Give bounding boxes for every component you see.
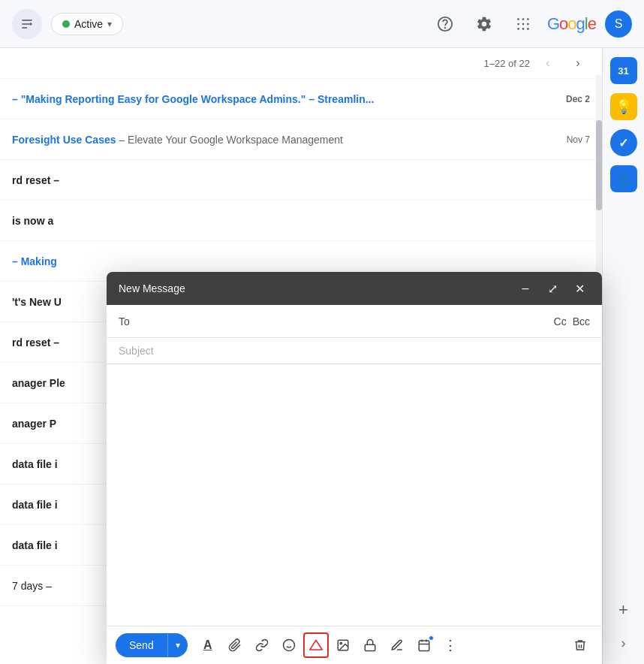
calendar-icon: [417, 638, 431, 652]
email-subject: is now a: [12, 215, 590, 227]
expand-sidebar-button[interactable]: ›: [609, 628, 639, 658]
compose-header-actions: – ⤢ ✕: [515, 278, 590, 299]
attach-file-button[interactable]: [222, 632, 248, 658]
email-sender: rd reset –: [12, 174, 59, 186]
svg-point-9: [517, 23, 519, 25]
email-sender: data file i: [12, 458, 58, 470]
format-text-button[interactable]: A: [195, 632, 221, 658]
more-options-button[interactable]: ⋮: [438, 632, 464, 658]
svg-rect-20: [365, 644, 375, 650]
right-sidebar: 31 💡 ✓ 👤 + ›: [602, 48, 644, 664]
bcc-button[interactable]: Bcc: [573, 315, 590, 327]
email-link: – Making: [12, 255, 57, 267]
email-sender: data file i: [12, 539, 58, 551]
to-label: To: [119, 315, 141, 327]
arrow-right-icon: ›: [621, 635, 626, 651]
svg-point-6: [517, 18, 519, 20]
signature-button[interactable]: [384, 632, 410, 658]
cc-button[interactable]: Cc: [554, 315, 567, 327]
help-icon-button[interactable]: [430, 9, 460, 39]
subject-input[interactable]: [119, 345, 590, 357]
expand-compose-button[interactable]: ⤢: [542, 278, 563, 299]
svg-point-3: [29, 23, 32, 25]
send-dropdown-button[interactable]: ▾: [167, 634, 188, 656]
email-snippet: – Elevate Your Google Workspace Manageme…: [119, 134, 343, 146]
format-text-icon: A: [203, 638, 212, 652]
compose-subject-field: [107, 338, 602, 364]
close-compose-button[interactable]: ✕: [569, 278, 590, 299]
svg-point-7: [522, 18, 525, 20]
top-bar-right: Google S: [430, 9, 632, 39]
more-icon: ⋮: [444, 637, 458, 653]
keep-icon: 💡: [615, 98, 632, 115]
send-button[interactable]: Send: [116, 633, 167, 657]
svg-point-11: [527, 23, 529, 25]
expand-icon: ⤢: [548, 282, 558, 296]
filter-icon-button[interactable]: [12, 9, 42, 39]
sidebar-item-contacts[interactable]: 👤: [610, 165, 637, 192]
to-input[interactable]: [147, 315, 554, 327]
emoji-button[interactable]: [276, 632, 302, 658]
confidential-mode-button[interactable]: [357, 632, 383, 658]
next-page-button[interactable]: ›: [566, 51, 590, 75]
pen-icon: [390, 638, 404, 652]
apps-icon-button[interactable]: [508, 9, 538, 39]
table-row[interactable]: rd reset –: [0, 160, 602, 201]
add-sidebar-app-button[interactable]: +: [609, 595, 639, 625]
trash-icon: [573, 638, 587, 652]
avatar[interactable]: S: [605, 11, 632, 38]
calendar-dot: [429, 635, 434, 641]
table-row[interactable]: – "Making Reporting Easy for Google Work…: [0, 79, 602, 119]
lock-icon: [363, 638, 377, 652]
chevron-down-icon: ▾: [107, 19, 112, 29]
active-status-button[interactable]: Active ▾: [51, 13, 123, 35]
svg-point-15: [283, 640, 294, 651]
contacts-icon: 👤: [615, 171, 632, 187]
email-sender: anager Ple: [12, 377, 65, 389]
insert-drive-file-button[interactable]: [303, 632, 329, 658]
compose-title: New Message: [119, 282, 185, 294]
svg-rect-21: [419, 641, 429, 651]
cc-bcc-buttons: Cc Bcc: [554, 315, 590, 327]
sidebar-item-tasks[interactable]: ✓: [610, 129, 637, 156]
emoji-icon: [282, 638, 296, 652]
active-dot: [62, 20, 70, 28]
prev-page-button[interactable]: ‹: [536, 51, 560, 75]
insert-link-button[interactable]: [249, 632, 275, 658]
compose-to-field: To Cc Bcc: [107, 305, 602, 338]
insert-photo-button[interactable]: [330, 632, 356, 658]
paperclip-icon: [228, 638, 242, 652]
table-row[interactable]: Foresight Use Cases – Elevate Your Googl…: [0, 119, 602, 160]
compose-body-input[interactable]: [119, 373, 590, 614]
email-sender: 't's New U: [12, 296, 62, 308]
svg-point-14: [527, 28, 529, 30]
schedule-send-button[interactable]: [411, 632, 437, 658]
email-date: Nov 7: [567, 134, 590, 145]
svg-point-19: [340, 642, 342, 644]
email-subject: – "Making Reporting Easy for Google Work…: [12, 93, 560, 105]
email-link: – "Making Reporting Easy for Google Work…: [12, 93, 374, 105]
active-label: Active: [74, 18, 103, 30]
table-row[interactable]: is now a: [0, 201, 602, 241]
email-sender: Foresight Use Cases: [12, 134, 116, 146]
scrollbar-thumb[interactable]: [596, 120, 602, 210]
settings-icon-button[interactable]: [469, 9, 499, 39]
link-icon: [255, 638, 269, 652]
compose-toolbar: Send ▾ A: [107, 626, 602, 664]
send-dropdown-icon: ▾: [176, 640, 180, 650]
plus-icon: +: [618, 600, 628, 620]
tasks-icon: ✓: [618, 136, 628, 150]
discard-draft-button[interactable]: [567, 632, 593, 658]
google-logo: Google: [547, 14, 596, 34]
minimize-compose-button[interactable]: –: [515, 278, 536, 299]
sidebar-item-calendar[interactable]: 31: [610, 57, 637, 84]
compose-body-area: [107, 364, 602, 626]
pagination-bar: 1–22 of 22 ‹ ›: [0, 48, 602, 79]
sidebar-item-keep[interactable]: 💡: [610, 93, 637, 120]
send-button-group: Send ▾: [116, 633, 188, 657]
close-icon: ✕: [575, 282, 585, 296]
svg-point-10: [522, 23, 525, 25]
minimize-icon: –: [522, 282, 529, 295]
email-sender: rd reset –: [12, 337, 59, 349]
drive-icon: [309, 638, 323, 652]
